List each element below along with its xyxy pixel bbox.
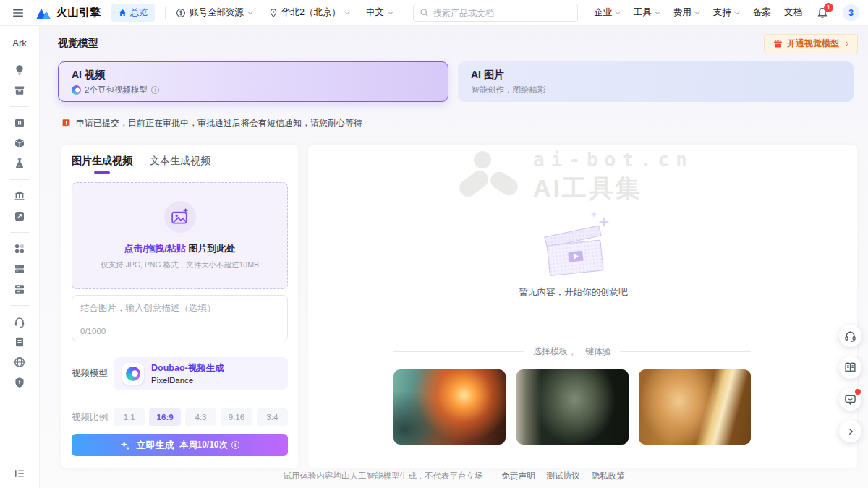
server-list-icon[interactable]: [14, 283, 25, 295]
gift-icon: [773, 39, 783, 48]
empty-state-illustration: [308, 207, 838, 283]
template-thumb-child-shadow[interactable]: [516, 369, 629, 445]
bank-icon[interactable]: [14, 190, 25, 202]
doubao-model-icon: [122, 363, 144, 385]
footer-link-disclaimer[interactable]: 免责声明: [502, 471, 535, 481]
lightbulb-icon[interactable]: [14, 64, 25, 76]
nav-right-menus: 企业 工具 费用 支持 备案 文档 1 3: [594, 4, 859, 21]
ratio-4-3[interactable]: 4:3: [185, 408, 216, 426]
apps-icon[interactable]: [14, 243, 25, 254]
archive-box-icon[interactable]: [14, 85, 25, 96]
globe-icon[interactable]: [14, 356, 25, 368]
user-avatar[interactable]: 3: [843, 4, 859, 21]
menu-enterprise-label: 企业: [594, 7, 612, 19]
workspace: 图片生成视频 文本生成视频 点击/拖拽/粘贴 图片到此处 仅支持 JPG, PN…: [61, 145, 857, 468]
info-icon: [231, 441, 239, 449]
collapse-list-icon[interactable]: [14, 468, 25, 479]
chevron-right-icon: [846, 427, 856, 437]
preview-panel: ai-bot.cn AI工具集 暂无内容，开始你的创意吧 选择模板，一键体验: [308, 145, 857, 468]
generate-quota-text: 本周10/10次: [179, 439, 227, 451]
search-input[interactable]: [433, 8, 571, 18]
brand-logo[interactable]: 火山引擎: [35, 6, 101, 20]
server-icon[interactable]: [14, 263, 25, 275]
overview-tab-label: 总览: [130, 7, 148, 19]
menu-tools[interactable]: 工具: [634, 7, 660, 19]
menu-hamburger-icon[interactable]: [9, 4, 27, 22]
video-ratio-row: 视频比例 1:1 16:9 4:3 9:16 3:4: [72, 408, 288, 426]
app-root: 火山引擎 总览 账号全部资源 华北2（北京） 中文 企业 工具 费用: [0, 0, 868, 488]
model-name: Doubao-视频生成: [151, 362, 224, 374]
collapse-toolbar-button[interactable]: [839, 420, 861, 442]
sidebar-divider: [10, 232, 29, 233]
upload-instruction-rest: 图片到此处: [186, 243, 236, 254]
template-thumb-car-sunset[interactable]: [393, 369, 506, 445]
video-ratio-label: 视频比例: [72, 411, 114, 424]
ratio-9-16[interactable]: 9:16: [221, 408, 252, 426]
menu-enterprise[interactable]: 企业: [594, 7, 621, 19]
generation-tabs: 图片生成视频 文本生成视频: [72, 155, 288, 174]
prompt-textarea[interactable]: [80, 302, 279, 327]
watermark-logo-icon: [456, 150, 523, 204]
prompt-counter: 0/1000: [80, 327, 279, 335]
watermark-domain: ai-bot.cn: [533, 149, 694, 171]
chevron-down-icon: [734, 9, 740, 14]
ai-video-card-subtitle: 2个豆包视频模型: [72, 85, 435, 95]
prompt-input-box: 0/1000: [72, 295, 288, 341]
region-dropdown[interactable]: 华北2（北京）: [269, 7, 350, 19]
tab-text-to-video[interactable]: 文本生成视频: [150, 155, 210, 174]
location-pin-icon: [269, 8, 278, 18]
rocket-icon[interactable]: [14, 210, 25, 222]
ratio-3-4[interactable]: 3:4: [257, 408, 288, 426]
doubao-logo-icon: [72, 85, 81, 95]
image-upload-dropzone[interactable]: 点击/拖拽/粘贴 图片到此处 仅支持 JPG, PNG 格式，文件大小不超过10…: [72, 182, 288, 289]
video-model-row: 视频模型 Doubao-视频生成 PixelDance: [72, 357, 288, 390]
account-resources-dropdown[interactable]: 账号全部资源: [176, 7, 253, 19]
template-thumb-child-golden[interactable]: [639, 369, 751, 445]
generate-button[interactable]: 立即生成 本周10/10次: [72, 434, 288, 456]
footer-link-agreement[interactable]: 测试协议: [547, 471, 580, 481]
home-icon: [119, 9, 127, 17]
image-upload-icon: [171, 207, 190, 226]
overview-tab[interactable]: 总览: [111, 4, 155, 22]
open-visual-model-button[interactable]: 开通视觉模型: [764, 34, 858, 53]
upload-instruction: 点击/拖拽/粘贴 图片到此处: [124, 242, 236, 255]
model-card-icon[interactable]: [14, 117, 25, 129]
menu-tools-label: 工具: [634, 7, 652, 19]
approval-alert: 申请已提交，目前正在审批中，审批通过后将会有短信通知，请您耐心等待: [61, 117, 362, 129]
model-type-cards: AI 视频 2个豆包视频模型 AI 图片 智能创作，图绘精彩: [58, 61, 854, 102]
video-model-selector[interactable]: Doubao-视频生成 PixelDance: [114, 357, 288, 390]
link-docs[interactable]: 文档: [784, 7, 802, 19]
menu-billing[interactable]: 费用: [673, 7, 700, 19]
notebook-icon[interactable]: [14, 336, 25, 348]
generate-button-label: 立即生成: [136, 439, 174, 452]
language-dropdown[interactable]: 中文: [366, 7, 393, 19]
cube-icon[interactable]: [14, 137, 25, 149]
customer-service-button[interactable]: [839, 325, 861, 347]
upload-icon-circle: [164, 201, 196, 233]
chevron-right-icon: [843, 41, 848, 46]
feedback-button[interactable]: [839, 388, 861, 411]
ai-video-card[interactable]: AI 视频 2个豆包视频模型: [58, 61, 448, 102]
tab-image-to-video[interactable]: 图片生成视频: [72, 155, 132, 174]
ai-image-card[interactable]: AI 图片 智能创作，图绘精彩: [458, 61, 854, 102]
chevron-down-icon: [694, 9, 700, 14]
open-visual-model-label: 开通视觉模型: [787, 38, 839, 50]
alert-ticket-icon: [61, 119, 71, 128]
headset-icon[interactable]: [14, 316, 25, 328]
footer-link-privacy[interactable]: 隐私政策: [592, 471, 625, 481]
shield-icon[interactable]: [14, 377, 25, 388]
page-footer: 试用体验内容均由人工智能模型生成，不代表平台立场 免责声明 测试协议 隐私政策: [40, 471, 868, 481]
generate-quota: 本周10/10次: [179, 439, 239, 451]
resources-icon: [176, 8, 186, 18]
link-beian[interactable]: 备案: [753, 7, 771, 19]
notification-bell[interactable]: 1: [815, 6, 830, 20]
docs-book-button[interactable]: [839, 356, 861, 379]
flask-icon[interactable]: [14, 158, 25, 169]
ratio-1-1[interactable]: 1:1: [114, 408, 145, 426]
top-navbar: 火山引擎 总览 账号全部资源 华北2（北京） 中文 企业 工具 费用: [0, 0, 868, 26]
sidebar-divider: [10, 179, 29, 180]
chevron-down-icon: [247, 9, 253, 14]
menu-support[interactable]: 支持: [713, 7, 740, 19]
ratio-16-9[interactable]: 16:9: [149, 408, 180, 426]
video-model-label: 视频模型: [72, 367, 114, 380]
